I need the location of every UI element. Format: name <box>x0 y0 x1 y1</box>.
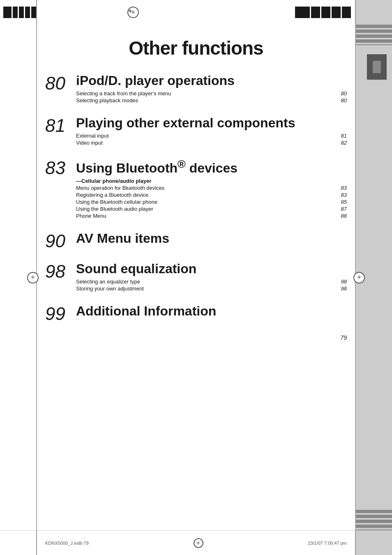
strip <box>3 7 12 18</box>
bottom-bar: KDNX5000_J.indb 79 + 23/1/07 7:00:47 pm <box>0 530 392 555</box>
strip <box>13 7 18 18</box>
sub-item-label: Using the Bluetooth cellular phone <box>76 199 157 205</box>
sub-item-page: 98 <box>334 286 347 292</box>
sub-item-page: 82 <box>334 140 347 146</box>
section-ipod: 80 iPod/D. player operations Selecting a… <box>45 74 347 104</box>
registration-mark-top: + <box>127 7 139 18</box>
sub-item-page: 87 <box>334 206 347 212</box>
top-bar-left <box>0 0 37 25</box>
sub-item-label: Video input <box>76 140 103 146</box>
top-bar: + <box>0 0 392 25</box>
registration-mark-left: + <box>27 272 39 283</box>
sub-item-page: 85 <box>334 199 347 205</box>
sub-item-page: 83 <box>334 185 347 191</box>
section-title-av: AV Menu items <box>76 231 347 246</box>
section-number-av: 90 <box>45 231 76 250</box>
sub-item-label: Menu operation for Bluetooth devices <box>76 185 164 191</box>
tab-icon <box>367 54 387 80</box>
strip <box>332 7 341 18</box>
bottom-bar-left <box>0 531 37 555</box>
date-info: 23/1/07 7:00:47 pm <box>308 541 347 546</box>
tab-icon-shape <box>373 61 381 73</box>
strip <box>295 7 310 18</box>
section-external: 81 Playing other external components Ext… <box>45 116 347 147</box>
section-sound-eq: 98 Sound equalization Selecting an equal… <box>45 262 347 292</box>
sub-item-label: Using the Bluetooth audio player <box>76 206 153 212</box>
section-number-bluetooth: 83 <box>45 158 76 177</box>
section-content-av: AV Menu items <box>76 231 347 246</box>
gray-stripes-bottom <box>356 510 392 530</box>
right-side-tab <box>361 49 392 84</box>
section-title-bluetooth: Using Bluetooth® devices <box>76 158 347 175</box>
strip <box>311 7 320 18</box>
sub-items-external: External input 81 Video input 82 <box>76 133 347 146</box>
sub-item-label: Phone Menu <box>76 213 106 219</box>
bluetooth-subtitle: —Cellular phone/audio player <box>76 178 347 184</box>
sub-items-sound: Selecting an equalizer type 98 Storing y… <box>76 279 347 292</box>
strip <box>342 7 351 18</box>
section-bluetooth: 83 Using Bluetooth® devices —Cellular ph… <box>45 158 347 220</box>
sub-item: Selecting playback modes 80 <box>76 97 347 104</box>
sub-item: Phone Menu 88 <box>76 213 347 219</box>
sub-item-label: Registering a Bluetooth device <box>76 192 148 198</box>
sub-items-ipod: Selecting a track from the player's menu… <box>76 90 347 104</box>
sub-item: Using the Bluetooth audio player 87 <box>76 206 347 212</box>
sub-item-page: 80 <box>334 90 347 97</box>
sub-item-label: Selecting playback modes <box>76 97 138 104</box>
strip <box>19 7 24 18</box>
section-content-external: Playing other external components Extern… <box>76 116 347 147</box>
section-title-external: Playing other external components <box>76 116 347 130</box>
section-number-sound: 98 <box>45 262 76 281</box>
sub-item: Selecting an equalizer type 98 <box>76 279 347 285</box>
sub-item-page: 98 <box>334 279 347 285</box>
section-title-sound: Sound equalization <box>76 262 347 276</box>
section-av-menu: 90 AV Menu items <box>45 231 347 250</box>
file-info: KDNX5000_J.indb 79 <box>45 541 89 546</box>
strip <box>25 7 30 18</box>
section-number-external: 81 <box>45 116 76 135</box>
strip <box>31 7 36 18</box>
section-title-additional: Additional Information <box>76 304 347 318</box>
sub-item: External input 81 <box>76 133 347 139</box>
top-bar-center: + <box>37 0 355 25</box>
section-content-sound: Sound equalization Selecting an equalize… <box>76 262 347 292</box>
sub-item-page: 80 <box>334 97 347 104</box>
section-content-bluetooth: Using Bluetooth® devices —Cellular phone… <box>76 158 347 220</box>
sub-item: Menu operation for Bluetooth devices 83 <box>76 185 347 191</box>
gray-stripes-top <box>356 25 392 45</box>
section-content-ipod: iPod/D. player operations Selecting a tr… <box>76 74 347 104</box>
sub-item-page: 83 <box>334 192 347 198</box>
page-number: 79 <box>45 334 347 341</box>
sub-item-label: External input <box>76 133 109 139</box>
bottom-bar-right <box>355 531 392 555</box>
sub-item: Selecting a track from the player's menu… <box>76 90 347 97</box>
section-content-additional: Additional Information <box>76 304 347 318</box>
sub-item: Storing your own adjustment 98 <box>76 286 347 292</box>
section-number-ipod: 80 <box>45 74 76 92</box>
sub-item: Using the Bluetooth cellular phone 85 <box>76 199 347 205</box>
sub-item-label: Storing your own adjustment <box>76 286 144 292</box>
sub-items-bluetooth: Menu operation for Bluetooth devices 83 … <box>76 185 347 219</box>
strip <box>321 7 330 18</box>
sub-item: Video input 82 <box>76 140 347 146</box>
registration-mark-right: + <box>353 272 365 283</box>
section-title-ipod: iPod/D. player operations <box>76 74 347 88</box>
bottom-bar-center: KDNX5000_J.indb 79 + 23/1/07 7:00:47 pm <box>37 531 355 555</box>
sub-item-page: 81 <box>334 133 347 139</box>
page-title: Other functions <box>45 37 347 59</box>
top-bar-right <box>355 0 392 25</box>
sub-item: Registering a Bluetooth device 83 <box>76 192 347 198</box>
main-content: Other functions 80 iPod/D. player operat… <box>45 29 347 518</box>
registration-mark-bottom: + <box>194 538 203 548</box>
sub-item-page: 88 <box>334 213 347 219</box>
sub-item-label: Selecting an equalizer type <box>76 279 140 285</box>
sub-item-label: Selecting a track from the player's menu <box>76 90 171 97</box>
section-additional: 99 Additional Information <box>45 304 347 323</box>
section-number-additional: 99 <box>45 304 76 323</box>
